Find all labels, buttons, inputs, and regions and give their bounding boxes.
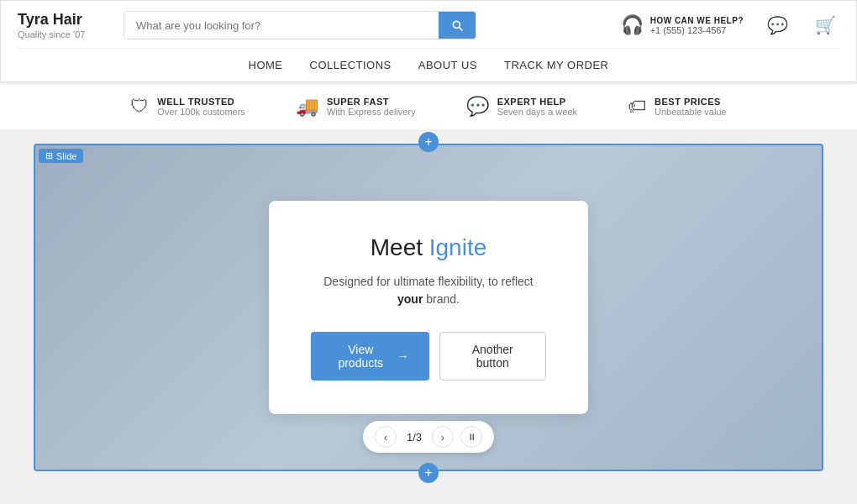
search-icon bbox=[450, 18, 464, 32]
feature-help-title: EXPERT HELP bbox=[497, 97, 577, 107]
feature-trusted-desc: Over 100k customers bbox=[157, 107, 245, 117]
page-wrapper: Tyra Hair Quality since '07 🎧 HOW CAN WE… bbox=[0, 0, 857, 485]
prev-slide-button[interactable]: ‹ bbox=[375, 426, 397, 448]
feature-prices-title: BEST PRICES bbox=[655, 97, 727, 107]
help-label: HOW CAN WE HELP? bbox=[650, 16, 744, 25]
slide-indicator: 1/3 bbox=[403, 431, 425, 444]
feature-help-desc: Seven days a week bbox=[497, 107, 577, 117]
promo-card: Meet Ignite Designed for ultimate flexib… bbox=[269, 201, 588, 414]
add-section-top-button[interactable]: + bbox=[418, 132, 439, 152]
slide-label-text: Slide bbox=[56, 151, 76, 161]
promo-title-highlight: Ignite bbox=[429, 234, 487, 260]
view-products-button[interactable]: View products → bbox=[311, 332, 429, 381]
promo-title-plain: Meet bbox=[371, 234, 429, 260]
nav: HOME COLLECTIONS ABOUT US TRACK MY ORDER bbox=[18, 48, 839, 81]
help-text: HOW CAN WE HELP? +1 (555) 123-4567 bbox=[650, 16, 744, 35]
pause-button[interactable]: ⏸ bbox=[460, 426, 482, 448]
slide-container: ⊞ Slide bbox=[34, 144, 823, 471]
another-button[interactable]: Another button bbox=[439, 332, 546, 381]
brand-name: Tyra Hair bbox=[18, 11, 110, 29]
feature-fast-desc: With Express delivery bbox=[327, 107, 416, 117]
feature-fast-title: SUPER FAST bbox=[327, 97, 416, 107]
brand: Tyra Hair Quality since '07 bbox=[18, 11, 110, 39]
header-actions: 🎧 HOW CAN WE HELP? +1 (555) 123-4567 💬 🛒 bbox=[621, 12, 839, 39]
promo-title: Meet Ignite bbox=[311, 234, 546, 261]
chat-button[interactable]: 💬 bbox=[764, 12, 791, 39]
help-phone: +1 (555) 123-4567 bbox=[650, 25, 744, 35]
slide-editor: + ⊞ Slide bbox=[34, 144, 823, 471]
shield-icon: 🛡 bbox=[130, 96, 149, 118]
headphone-icon: 🎧 bbox=[621, 16, 644, 34]
feature-trusted: 🛡 WELL TRUSTED Over 100k customers bbox=[130, 96, 245, 118]
nav-item-home[interactable]: HOME bbox=[249, 59, 283, 71]
feature-help-text: EXPERT HELP Seven days a week bbox=[497, 97, 577, 117]
header-top: Tyra Hair Quality since '07 🎧 HOW CAN WE… bbox=[18, 1, 839, 48]
view-products-label: View products bbox=[331, 343, 391, 370]
search-input[interactable] bbox=[124, 12, 439, 39]
nav-item-track[interactable]: TRACK MY ORDER bbox=[504, 59, 609, 71]
another-button-label: Another button bbox=[472, 343, 513, 370]
features-bar: 🛡 WELL TRUSTED Over 100k customers 🚚 SUP… bbox=[0, 83, 857, 130]
main-content: + ⊞ Slide bbox=[0, 130, 857, 485]
nav-item-about[interactable]: ABOUT US bbox=[418, 59, 477, 71]
slide-controls: ‹ 1/3 › ⏸ bbox=[363, 421, 494, 453]
search-button[interactable] bbox=[439, 12, 476, 39]
feature-prices: 🏷 BEST PRICES Unbeatable value bbox=[628, 96, 727, 118]
feature-fast: 🚚 SUPER FAST With Express delivery bbox=[296, 96, 416, 118]
header: Tyra Hair Quality since '07 🎧 HOW CAN WE… bbox=[0, 0, 857, 82]
feature-help: 💬 EXPERT HELP Seven days a week bbox=[466, 96, 577, 118]
feature-trusted-title: WELL TRUSTED bbox=[157, 97, 245, 107]
feature-trusted-text: WELL TRUSTED Over 100k customers bbox=[157, 97, 245, 117]
feature-prices-desc: Unbeatable value bbox=[655, 107, 727, 117]
add-section-bottom-button[interactable]: + bbox=[418, 463, 439, 483]
brand-tagline: Quality since '07 bbox=[18, 29, 110, 39]
promo-buttons: View products → Another button bbox=[311, 332, 546, 381]
help-section: 🎧 HOW CAN WE HELP? +1 (555) 123-4567 bbox=[621, 16, 744, 35]
feature-fast-text: SUPER FAST With Express delivery bbox=[327, 97, 416, 117]
search-bar bbox=[124, 11, 476, 39]
promo-subtitle: Designed for ultimate flexibility, to re… bbox=[311, 273, 546, 308]
slide-icon: ⊞ bbox=[45, 150, 53, 161]
tag-icon: 🏷 bbox=[628, 96, 646, 118]
next-slide-button[interactable]: › bbox=[432, 426, 454, 448]
feature-prices-text: BEST PRICES Unbeatable value bbox=[655, 97, 727, 117]
truck-icon: 🚚 bbox=[296, 96, 318, 118]
arrow-icon: → bbox=[397, 349, 409, 363]
cart-button[interactable]: 🛒 bbox=[812, 12, 839, 39]
slide-label: ⊞ Slide bbox=[39, 149, 83, 163]
nav-item-collections[interactable]: COLLECTIONS bbox=[310, 59, 392, 71]
chat-icon: 💬 bbox=[466, 96, 489, 118]
